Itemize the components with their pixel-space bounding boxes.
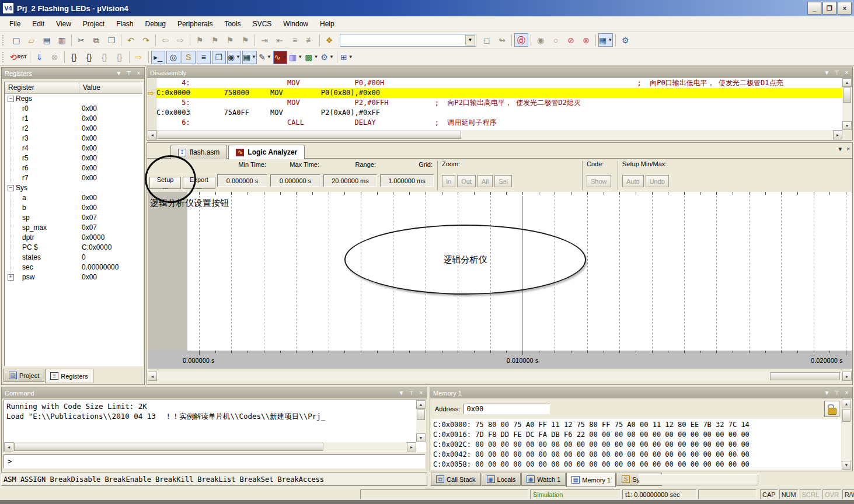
menu-window[interactable]: Window: [277, 18, 314, 30]
bookmark-next-icon[interactable]: ⚑: [223, 33, 237, 47]
comment-icon[interactable]: ≡: [288, 33, 302, 47]
menu-help[interactable]: Help: [314, 18, 340, 30]
field-value[interactable]: 0.000000 s: [270, 174, 320, 187]
breakpoint-disable-icon[interactable]: ⊘: [564, 33, 578, 47]
outdent-icon[interactable]: ⇤: [273, 33, 287, 47]
toolbox-icon[interactable]: ▩▼: [304, 51, 319, 64]
analyzer-hscrollbar[interactable]: ◄ ►: [148, 372, 852, 381]
menu-project[interactable]: Project: [77, 18, 110, 30]
expand-icon[interactable]: +: [8, 274, 14, 281]
nav-forward-icon[interactable]: ⇨: [173, 33, 187, 47]
step-over-icon[interactable]: {}: [82, 51, 96, 64]
disassembly-view[interactable]: ⇨ 4: MOV P0,#00H ; 向P0口输出低电平， 使发光二极管D1点亮…: [148, 78, 842, 130]
register-column-header[interactable]: Register: [5, 82, 79, 93]
close-icon[interactable]: ×: [417, 388, 425, 397]
menu-svcs[interactable]: SVCS: [247, 18, 278, 30]
memory-row[interactable]: C:0x0016: 7D F8 DD FE DC FA DB F6 22 00 …: [433, 430, 841, 440]
register-row[interactable]: +psw0x00: [5, 272, 142, 282]
pin-icon[interactable]: ⊤: [407, 388, 415, 397]
serial-window-icon[interactable]: ✎▼: [258, 51, 272, 64]
tab-locals[interactable]: ◉Locals: [482, 473, 521, 486]
breakpoint-enable-icon[interactable]: ○: [549, 33, 563, 47]
find-next-icon[interactable]: ↬: [495, 33, 509, 47]
menu-tools[interactable]: Tools: [219, 18, 247, 30]
register-row[interactable]: states0: [5, 253, 142, 262]
stop-icon[interactable]: ⊗: [48, 51, 62, 64]
close-icon[interactable]: ×: [135, 69, 142, 77]
find-in-files-icon[interactable]: ◻: [480, 33, 494, 47]
reset-cpu-icon[interactable]: ⟲RST: [9, 51, 27, 64]
pin-icon[interactable]: ⊤: [125, 69, 133, 77]
all-button[interactable]: All: [477, 175, 493, 187]
register-row[interactable]: −Sys: [5, 183, 142, 193]
tab-logic-analyzer[interactable]: ∿Logic Analyzer: [228, 145, 305, 159]
register-row[interactable]: r00x00: [5, 104, 142, 114]
paste-icon[interactable]: ❐: [104, 33, 118, 47]
register-row[interactable]: r50x00: [5, 153, 142, 163]
symbols-window-icon[interactable]: S: [182, 51, 196, 64]
address-input[interactable]: 0x00: [463, 404, 550, 414]
collapse-icon[interactable]: −: [8, 185, 14, 191]
copy-icon[interactable]: ⧉: [89, 33, 103, 47]
minimize-button[interactable]: _: [807, 2, 821, 15]
nav-back-icon[interactable]: ⇦: [158, 33, 172, 47]
disassembly-window-icon[interactable]: ◎: [166, 51, 180, 64]
uncomment-icon[interactable]: ≢: [303, 33, 317, 47]
register-row[interactable]: r40x00: [5, 144, 142, 153]
system-viewer-icon[interactable]: ▥▼: [288, 51, 303, 64]
memory-row[interactable]: C:0x0058: 00 00 00 00 00 00 00 00 00 00 …: [433, 460, 841, 470]
chevron-down-icon[interactable]: ▼: [465, 35, 475, 46]
command-vscrollbar[interactable]: ▲ ▼: [416, 400, 426, 442]
registers-window-icon[interactable]: ≡: [197, 51, 211, 64]
save-icon[interactable]: ▤: [40, 33, 54, 47]
register-row[interactable]: r60x00: [5, 163, 142, 173]
field-value[interactable]: 1.000000 ms: [380, 174, 434, 187]
disassembly-line[interactable]: 6: CALL DELAY ; 调用延时子程序: [156, 118, 842, 128]
register-row[interactable]: PC $C:0x0000: [5, 243, 142, 253]
register-row[interactable]: b0x00: [5, 203, 142, 213]
step-out-icon[interactable]: {}: [97, 51, 111, 64]
register-row[interactable]: sec0.00000000: [5, 262, 142, 272]
register-row[interactable]: r20x00: [5, 124, 142, 134]
tab-call-stack[interactable]: ⧉Call Stack: [431, 473, 481, 486]
command-window-icon[interactable]: ▸_: [151, 51, 165, 64]
register-row[interactable]: dptr0x0000: [5, 233, 142, 243]
memory-row[interactable]: C:0x0000: 75 80 00 75 A0 FF 11 12 75 80 …: [433, 420, 841, 430]
undo-icon[interactable]: ↶: [124, 33, 138, 47]
debug-tools-icon[interactable]: ⚙▼: [320, 51, 334, 64]
menu-flash[interactable]: Flash: [110, 18, 139, 30]
breakpoint-kill-all-icon[interactable]: ⊗: [579, 33, 593, 47]
disassembly-line[interactable]: 5: MOV P2,#0FFH ; 向P2口输出高电平， 使发光二极管D2熄灭: [156, 98, 842, 108]
value-column-header[interactable]: Value: [79, 82, 142, 93]
panel-menu-icon[interactable]: ▼: [115, 69, 123, 77]
window-layout-icon[interactable]: ▦▼: [598, 33, 613, 47]
close-icon[interactable]: ×: [843, 388, 850, 397]
command-input[interactable]: >: [4, 454, 425, 468]
run-icon[interactable]: ⇓: [33, 51, 47, 64]
cut-icon[interactable]: ✂: [74, 33, 88, 47]
tab-project[interactable]: ▤Project: [4, 369, 44, 382]
restore-button[interactable]: ❐: [822, 2, 836, 15]
document-close-icon[interactable]: ×: [846, 146, 850, 152]
register-row[interactable]: r70x00: [5, 173, 142, 183]
menu-peripherals[interactable]: Peripherals: [172, 18, 219, 30]
disassembly-hscrollbar[interactable]: ◄ ►: [148, 130, 842, 139]
memory-view[interactable]: C:0x0000: 75 80 00 75 A0 FF 11 12 75 80 …: [431, 419, 841, 470]
menu-debug[interactable]: Debug: [140, 18, 172, 30]
menu-view[interactable]: View: [50, 18, 77, 30]
register-row[interactable]: a0x00: [5, 193, 142, 203]
tab-watch-1[interactable]: ◉Watch 1: [521, 473, 566, 486]
disassembly-line[interactable]: C:0x0000 758000 MOV P0(0x80),#0x00: [156, 88, 842, 98]
show-next-statement-icon[interactable]: ⇨: [132, 51, 146, 64]
start-stop-debug-icon[interactable]: ⓓ: [514, 33, 528, 47]
disassembly-vscrollbar[interactable]: ▲ ▼: [842, 78, 852, 130]
collapse-icon[interactable]: −: [8, 96, 14, 102]
window-split-icon[interactable]: ⊞▼: [340, 51, 354, 64]
step-into-icon[interactable]: {}: [67, 51, 81, 64]
memory-vscrollbar[interactable]: ▲ ▼: [842, 400, 851, 470]
open-folder-icon[interactable]: ▱: [25, 33, 39, 47]
run-to-line-icon[interactable]: {}: [113, 51, 127, 64]
menu-file[interactable]: File: [4, 18, 26, 30]
show-button[interactable]: Show: [587, 175, 611, 187]
bookmark-prev-icon[interactable]: ⚑: [208, 33, 222, 47]
